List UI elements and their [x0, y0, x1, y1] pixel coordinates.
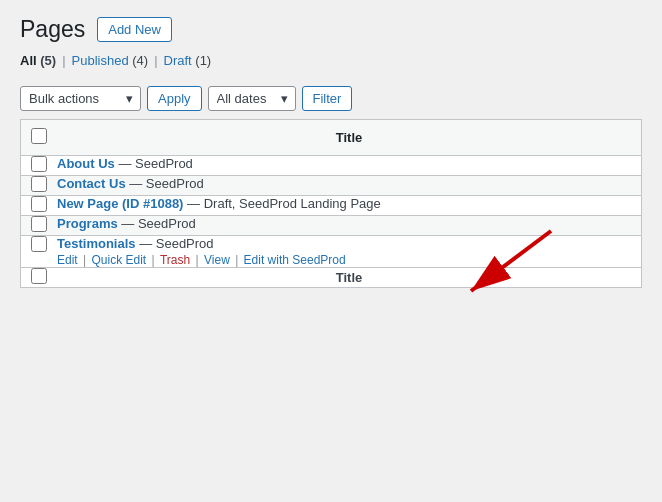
filter-all[interactable]: All (5): [20, 53, 56, 68]
table-row: About Us — SeedProd Edit | Quick Edit | …: [21, 156, 642, 176]
row-checkbox-testimonials[interactable]: [31, 236, 47, 252]
row-title-about-us: About Us — SeedProd Edit | Quick Edit | …: [57, 156, 642, 176]
all-count: (5): [40, 53, 56, 68]
bulk-actions-select[interactable]: Bulk actions Edit Move to Trash: [20, 86, 141, 111]
row-check-contact-us: [21, 176, 58, 196]
bulk-actions-wrap: Bulk actions Edit Move to Trash ▾: [20, 86, 141, 111]
row-check-testimonials: [21, 236, 58, 268]
edit-link-testimonials[interactable]: Edit: [57, 253, 78, 267]
add-new-button[interactable]: Add New: [97, 17, 172, 42]
row-actions-testimonials: Edit | Quick Edit | Trash | View | Edit …: [57, 253, 641, 267]
row-checkbox-programs[interactable]: [31, 216, 47, 232]
footer-select-all-checkbox[interactable]: [31, 268, 47, 284]
apply-button[interactable]: Apply: [147, 86, 202, 111]
seedprod-link-testimonials[interactable]: Edit with SeedProd: [244, 253, 346, 267]
select-all-col: [21, 120, 58, 156]
page-title: Pages: [20, 16, 85, 43]
row-title-programs: Programs — SeedProd Edit | Quick Edit | …: [57, 216, 642, 236]
title-col-header: Title: [57, 120, 642, 156]
published-count: (4): [132, 53, 148, 68]
row-suffix-testimonials: — SeedProd: [139, 236, 213, 251]
table-row: Programs — SeedProd Edit | Quick Edit | …: [21, 216, 642, 236]
filter-button[interactable]: Filter: [302, 86, 353, 111]
row-checkbox-about-us[interactable]: [31, 156, 47, 172]
pages-table: Title About Us — SeedProd Edit | Quick E…: [20, 119, 642, 288]
row-suffix-contact-us: — SeedProd: [129, 176, 203, 191]
row-checkbox-new-page[interactable]: [31, 196, 47, 212]
footer-check-col: [21, 268, 58, 288]
page-link-testimonials[interactable]: Testimonials: [57, 236, 136, 251]
date-filter-wrap: All dates ▾: [208, 86, 296, 111]
filter-published[interactable]: Published (4): [72, 53, 149, 68]
table-row-testimonials: Testimonials — SeedProd Edit | Quick Edi…: [21, 236, 642, 268]
row-suffix-new-page: — Draft, SeedProd Landing Page: [187, 196, 381, 211]
select-all-checkbox[interactable]: [31, 128, 47, 144]
quick-edit-link-testimonials[interactable]: Quick Edit: [91, 253, 146, 267]
page-link-contact-us[interactable]: Contact Us: [57, 176, 126, 191]
row-title-new-page: New Page (ID #1088) — Draft, SeedProd La…: [57, 196, 642, 216]
filter-draft[interactable]: Draft (1): [164, 53, 212, 68]
row-suffix-about-us: — SeedProd: [118, 156, 192, 171]
table-row: New Page (ID #1088) — Draft, SeedProd La…: [21, 196, 642, 216]
tablenav: Bulk actions Edit Move to Trash ▾ Apply …: [20, 78, 642, 119]
trash-link-testimonials[interactable]: Trash: [160, 253, 190, 267]
row-check-about-us: [21, 156, 58, 176]
row-check-programs: [21, 216, 58, 236]
row-title-testimonials: Testimonials — SeedProd Edit | Quick Edi…: [57, 236, 642, 268]
page-link-programs[interactable]: Programs: [57, 216, 118, 231]
table-row: Contact Us — SeedProd Edit | Quick Edit …: [21, 176, 642, 196]
draft-count: (1): [195, 53, 211, 68]
filter-links: All (5) | Published (4) | Draft (1): [20, 53, 642, 68]
page-link-new-page[interactable]: New Page (ID #1088): [57, 196, 183, 211]
row-suffix-programs: — SeedProd: [121, 216, 195, 231]
row-check-new-page: [21, 196, 58, 216]
page-link-about-us[interactable]: About Us: [57, 156, 115, 171]
view-link-testimonials[interactable]: View: [204, 253, 230, 267]
row-title-contact-us: Contact Us — SeedProd Edit | Quick Edit …: [57, 176, 642, 196]
footer-title-label: Title: [336, 270, 363, 285]
row-checkbox-contact-us[interactable]: [31, 176, 47, 192]
footer-title-col: Title: [57, 268, 642, 288]
table-footer-row: Title: [21, 268, 642, 288]
date-filter-select[interactable]: All dates: [208, 86, 296, 111]
